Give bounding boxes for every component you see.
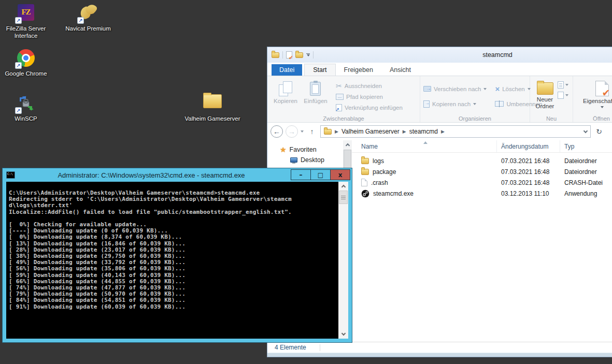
explorer-titlebar[interactable]: ✔ steamcmd [267,47,612,63]
filezilla-icon: FZ ↗ [17,4,35,23]
file-row-crash[interactable]: .crash 07.03.2021 16:48 CRASH-Datei [352,177,612,188]
file-pane: Name Änderungsdatum Typ logs 07.03.2021 … [352,140,612,342]
ribbon-group-new: Neuer Ordner Neu [530,76,573,122]
console[interactable]: C:\Users\Administrator\Desktop\Valheim G… [6,182,348,339]
quick-access-toolbar: ✔ [272,51,314,59]
tab-share[interactable]: Freigeben [336,64,381,76]
column-headers: Name Änderungsdatum Typ [352,140,612,153]
shortcut-arrow-icon: ↗ [15,17,22,24]
ribbon-group-open: ✔ Eigenschaften Öffnen [573,76,612,122]
window-folder-icon [272,52,279,58]
file-name: logs [373,157,384,165]
qat-new-folder-icon[interactable] [295,52,303,58]
new-folder-icon [537,82,553,95]
cmd-title: Administrator: C:\Windows\system32\cmd.e… [18,171,284,179]
folder-icon [202,94,223,113]
back-button[interactable]: ← [271,125,283,138]
file-name: steamcmd.exe [373,190,414,197]
scroll-up-icon[interactable] [343,140,352,149]
chrome-icon: ↗ [17,49,35,68]
easy-access-icon [558,92,564,99]
desktop-icon-chrome[interactable]: ↗ Google Chrome [0,49,54,77]
close-button[interactable]: x [330,169,350,180]
shortcut-arrow-icon: ↗ [15,107,22,114]
copy-button[interactable]: Kopieren [271,79,301,114]
desktop-icon-label: Valheim Gameserver [181,115,244,122]
dropdown-arrow-icon [483,88,487,90]
breadcrumb[interactable]: ▶ Valheim Gameserver ▶ steamcmd ▶ [320,125,591,138]
cmd-window: C:\ Administrator: C:\Windows\system32\c… [2,168,352,343]
move-to-button[interactable]: → Verschieben nach [423,83,487,94]
scroll-down-icon[interactable] [338,330,348,339]
scroll-up-icon[interactable] [338,182,348,191]
new-item-button[interactable] [558,81,568,89]
group-label-new: Neu [530,115,573,122]
desktop-icon-filezilla[interactable]: FZ ↗ FileZilla Server Interface [0,4,54,39]
copy-path-button[interactable]: … Pfad kopieren [336,91,403,102]
delete-icon: × [495,85,500,93]
desktop-icon-label: WinSCP [0,115,54,122]
new-folder-button[interactable]: Neuer Ordner [533,79,557,114]
cmd-app-icon: C:\ [6,171,15,179]
column-header-type[interactable]: Typ [560,140,612,152]
file-row-logs[interactable]: logs 07.03.2021 16:48 Dateiordner [352,155,612,166]
desktop-icon-navicat[interactable]: ↗ Navicat Premium [60,4,117,32]
file-date: 07.03.2021 16:48 [497,157,560,165]
file-type: Anwendung [560,190,612,197]
easy-access-button[interactable] [558,92,568,99]
history-dropdown-icon[interactable] [301,130,304,133]
copy-to-icon: → [423,100,430,108]
desktop-icon-winscp[interactable]: ↗ WinSCP [0,94,54,122]
folder-icon [361,158,369,164]
desktop: { "desktop": { "background": "#363636", … [0,0,612,364]
tab-file[interactable]: Datei [272,64,302,76]
cut-button[interactable]: ✂ Ausschneiden [336,80,403,91]
ribbon: Kopieren Einfügen ✂ Ausschneiden … Pfad … [267,76,612,123]
tab-view[interactable]: Ansicht [381,64,419,76]
paste-shortcut-button[interactable]: ↗ Verknüpfung einfügen [336,102,403,113]
address-dropdown-icon[interactable] [583,128,588,133]
shortcut-arrow-icon: ↗ [77,17,84,24]
minimize-button[interactable]: – [291,169,311,180]
file-name: .crash [371,179,388,186]
cmd-titlebar[interactable]: C:\ Administrator: C:\Windows\system32\c… [3,168,352,182]
console-scrollbar[interactable] [338,182,348,339]
move-to-icon: → [423,86,431,92]
sidebar-item-favorites[interactable]: ★ Favoriten [267,144,352,155]
desktop-monitor-icon [290,157,297,163]
file-date: 07.03.2021 16:48 [497,179,560,186]
group-label-open: Öffnen [573,115,612,122]
scrollbar-thumb[interactable] [339,191,348,204]
scissors-icon: ✂ [336,82,342,90]
winscp-icon: ↗ [17,94,35,113]
qat-properties-icon[interactable]: ✔ [286,51,292,59]
file-type: CRASH-Datei [560,179,612,186]
up-button[interactable]: ↑ [306,126,318,137]
sidebar-item-desktop[interactable]: Desktop [267,155,352,165]
refresh-button[interactable]: ↻ [593,126,605,137]
file-row-package[interactable]: package 07.03.2021 16:48 Dateiordner [352,166,612,177]
file-type: Dateiordner [560,168,612,176]
column-header-name[interactable]: Name [352,140,497,152]
desktop-icon-label: FileZilla Server Interface [0,25,54,39]
file-row-steamcmd[interactable]: steamcmd.exe 03.12.2013 11:10 Anwendung [352,188,612,199]
properties-button[interactable]: ✔ Eigenschaften [580,79,612,114]
navicat-icon: ↗ [79,4,97,23]
qat-customize-dropdown-icon[interactable] [306,53,310,56]
paste-button[interactable]: Einfügen [301,79,331,114]
paste-icon [308,81,323,96]
breadcrumb-item[interactable]: steamcmd [409,128,438,135]
maximize-button[interactable]: □ [310,169,331,180]
window-bottom-frame [267,353,612,357]
paste-shortcut-icon: ↗ [336,104,342,111]
desktop-icon-label: Navicat Premium [60,25,117,32]
desktop-icon-valheim-gameserver[interactable]: Valheim Gameserver [181,91,244,122]
breadcrumb-item[interactable]: Valheim Gameserver [341,128,400,135]
ribbon-tabs: Datei Start Freigeben Ansicht [267,63,612,76]
copy-to-button[interactable]: → Kopieren nach [423,98,487,109]
dropdown-arrow-icon [565,84,568,86]
column-header-date[interactable]: Änderungsdatum [497,140,560,152]
item-count: 4 Elemente [275,344,306,351]
tab-start[interactable]: Start [304,64,335,76]
forward-button[interactable]: → [286,125,298,138]
